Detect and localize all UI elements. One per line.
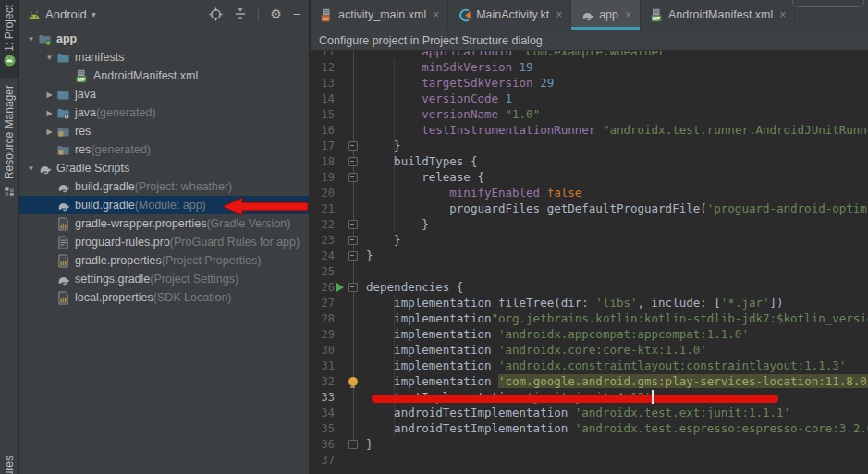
line-number: 15 <box>311 108 335 121</box>
code-token: 'androidx.test.espresso:espresso-core:3.… <box>575 421 868 435</box>
line-number: 25 <box>311 265 335 278</box>
fold-marker-icon[interactable] <box>348 440 358 449</box>
tab-app[interactable]: app× <box>571 0 641 30</box>
tree-item-qualifier: (Project: wheather) <box>135 180 233 193</box>
intention-bulb-icon[interactable] <box>348 377 358 386</box>
tree-item-app[interactable]: ▼app <box>19 30 309 48</box>
chevron-down-icon[interactable]: ▾ <box>92 9 96 19</box>
code-line-14: 14 versionCode 1 <box>311 91 868 106</box>
chevron-right-icon[interactable]: ▶ <box>43 109 55 117</box>
code-text: dependencies { <box>361 280 463 294</box>
text-file-icon <box>55 235 70 249</box>
run-gutter-icon[interactable] <box>336 283 344 292</box>
fold-marker-icon[interactable] <box>348 251 358 261</box>
close-icon[interactable]: × <box>779 9 786 20</box>
fold-marker-icon[interactable] <box>348 283 358 292</box>
code-text: implementation 'androidx.appcompat:appco… <box>361 327 749 341</box>
tree-item-local-properties-sdk-location[interactable]: local.properties (SDK Location) <box>19 288 309 307</box>
code-token: implementation <box>366 343 498 357</box>
tree-item-label: app <box>56 32 77 45</box>
tree-item-gradle-scripts[interactable]: ▼Gradle Scripts <box>19 159 309 177</box>
project-tool-button[interactable]: 1: Project <box>0 0 18 78</box>
line-number: 31 <box>311 359 335 372</box>
fold-marker-icon[interactable] <box>348 157 358 166</box>
code-editor[interactable]: 11 applicationId "com.example.wheather"1… <box>311 30 868 474</box>
code-line-26: 26dependencies { <box>311 279 868 295</box>
xml-file-icon: <> <box>319 7 334 22</box>
bottom-tool-button[interactable]: ures <box>0 456 18 474</box>
tree-item-gradle-properties-project-properties[interactable]: gradle.properties (Project Properties) <box>19 251 309 270</box>
project-view-selector[interactable]: Android <box>45 7 87 21</box>
folder-icon <box>55 50 70 65</box>
gear-icon[interactable]: ⚙ <box>270 7 282 20</box>
code-token: 'libs' <box>595 296 637 310</box>
collapse-all-icon[interactable] <box>234 7 247 20</box>
locate-file-icon[interactable] <box>209 7 223 21</box>
red-annotation-underline <box>372 395 778 403</box>
fold-marker-icon[interactable] <box>348 173 358 182</box>
code-text: versionCode 1 <box>361 91 512 105</box>
fold-marker-icon[interactable] <box>348 236 358 245</box>
tree-item-label: settings.gradle <box>75 273 150 286</box>
tab-label: app <box>599 8 618 21</box>
code-text: buildTypes { <box>361 154 477 168</box>
tree-item-build-gradle-project-wheather[interactable]: build.gradle (Project: wheather) <box>19 177 309 196</box>
tree-item-androidmanifest-xml[interactable]: MFAndroidManifest.xml <box>19 67 309 85</box>
code-line-20: 20 minifyEnabled false <box>311 185 868 201</box>
code-token: implementation <box>366 359 498 372</box>
code-token: buildTypes { <box>366 154 477 168</box>
tree-item-manifests[interactable]: ▼manifests <box>19 48 309 67</box>
code-token: dependencies { <box>366 280 463 294</box>
hide-panel-icon[interactable]: − <box>293 7 300 20</box>
tree-item-res-generated[interactable]: res (generated) <box>19 140 309 159</box>
code-text: } <box>361 139 401 152</box>
tree-item-qualifier: (generated) <box>91 143 151 156</box>
code-token: 'androidx.test.ext:junit:1.1.1' <box>575 406 790 419</box>
chevron-down-icon[interactable]: ▼ <box>43 54 55 62</box>
line-number: 24 <box>311 249 335 262</box>
tree-item-proguard-rules-pro-proguard-rules-for-app[interactable]: proguard-rules.pro (ProGuard Rules for a… <box>19 233 309 251</box>
tree-item-gradle-wrapper-properties-gradle-version[interactable]: gradle-wrapper.properties (Gradle Versio… <box>19 214 309 233</box>
line-number: 19 <box>311 171 335 184</box>
chevron-down-icon[interactable]: ▼ <box>25 164 37 173</box>
line-number: 21 <box>311 202 335 215</box>
line-number: 28 <box>311 312 335 325</box>
resource-manager-tool-button[interactable]: Resource Manager <box>0 85 18 197</box>
tree-item-java[interactable]: ▶java <box>19 85 309 103</box>
fold-marker-icon[interactable] <box>348 220 358 229</box>
manifest-file-icon: MF <box>74 68 89 83</box>
tool-window-strip: 1: Project Resource Manager ures <box>0 0 19 474</box>
tree-item-java-generated[interactable]: ▶java (generated) <box>19 103 309 122</box>
code-text: testInstrumentationRunner "androidx.test… <box>361 123 868 137</box>
chevron-right-icon[interactable]: ▶ <box>43 128 55 136</box>
tree-item-build-gradle-module-app[interactable]: build.gradle (Module: app) <box>19 196 309 214</box>
tab-mainactivity-kt[interactable]: MainActivity.kt× <box>448 0 571 30</box>
fold-gutter-cell <box>346 236 361 245</box>
tree-item-qualifier: (SDK Location) <box>153 291 232 304</box>
fold-marker-icon[interactable] <box>348 141 358 151</box>
folder-res-icon <box>55 142 70 157</box>
tree-item-label: local.properties <box>75 291 153 304</box>
chevron-right-icon[interactable]: ▶ <box>43 91 55 99</box>
resource-manager-label: Resource Manager <box>3 85 16 179</box>
close-icon[interactable]: × <box>556 9 562 20</box>
notification-banner: Configure project in Project Structure d… <box>311 30 868 51</box>
code-line-12: 12 minSdkVersion 19 <box>311 59 868 75</box>
chevron-down-icon[interactable]: ▼ <box>25 35 37 43</box>
notification-text: Configure project in Project Structure d… <box>319 34 545 47</box>
close-icon[interactable]: × <box>433 9 439 20</box>
svg-text:MF: MF <box>652 15 660 20</box>
close-icon[interactable]: × <box>625 9 631 20</box>
line-number: 29 <box>311 328 335 341</box>
tree-item-res[interactable]: ▶res <box>19 122 309 140</box>
tab-androidmanifest-xml[interactable]: MFAndroidManifest.xml× <box>641 0 795 30</box>
code-token: 'androidx.appcompat:appcompat:1.1.0' <box>498 327 749 341</box>
kotlin-file-icon <box>457 7 471 22</box>
tree-item-label: proguard-rules.pro <box>75 236 170 249</box>
tree-item-label: manifests <box>75 51 125 64</box>
tree-item-settings-gradle-project-settings[interactable]: settings.gradle (Project Settings) <box>19 270 309 288</box>
code-line-31: 31 implementation 'androidx.constraintla… <box>311 358 868 373</box>
tab-activity-main-xml[interactable]: <>activity_main.xml× <box>311 0 448 30</box>
code-token: "org.jetbrains.kotlin:kotlin-stdlib-jdk7… <box>491 311 868 325</box>
line-number: 37 <box>311 454 335 467</box>
